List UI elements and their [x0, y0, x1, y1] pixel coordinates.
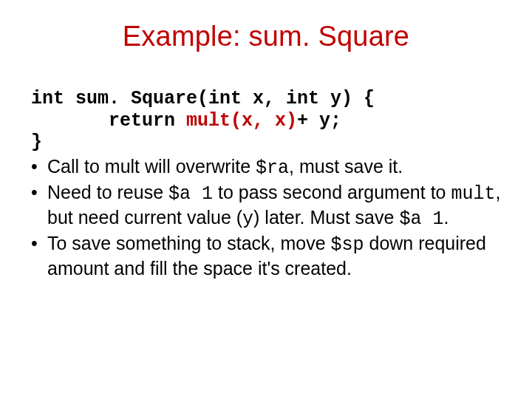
- text-span: .: [443, 207, 449, 228]
- bullet-item: Need to reuse $a 1 to pass second argume…: [31, 181, 501, 231]
- bullet-list: Call to mult will overwrite $ra, must sa…: [31, 155, 501, 280]
- code-line-3: }: [31, 132, 42, 153]
- code-span: $a 1: [168, 183, 213, 205]
- text-span: Call to mult will overwrite: [47, 156, 256, 177]
- slide-body: int sum. Square(int x, int y) { return m…: [0, 88, 532, 279]
- code-line-2-indent: return: [31, 110, 186, 132]
- text-span: to pass second argument to: [213, 182, 451, 202]
- code-span: y: [242, 208, 253, 230]
- code-span: $ra: [256, 157, 289, 179]
- code-span: $sp: [331, 234, 364, 256]
- text-span: ) later. Must save: [253, 207, 399, 228]
- text-span: , must save it.: [289, 156, 403, 177]
- bullet-item: Call to mult will overwrite $ra, must sa…: [31, 155, 501, 180]
- code-span: mult: [451, 183, 495, 205]
- slide-title: Example: sum. Square: [0, 21, 532, 52]
- code-span: $a 1: [399, 208, 443, 230]
- text-span: To save something to stack, move: [47, 233, 331, 253]
- text-span: Need to reuse: [47, 182, 168, 202]
- code-line-2-post: + y;: [297, 110, 341, 132]
- code-call-highlight: mult(x, x): [186, 110, 297, 132]
- bullet-item: To save something to stack, move $sp dow…: [31, 232, 501, 279]
- code-block: int sum. Square(int x, int y) { return m…: [31, 88, 501, 154]
- code-line-1: int sum. Square(int x, int y) {: [31, 88, 375, 109]
